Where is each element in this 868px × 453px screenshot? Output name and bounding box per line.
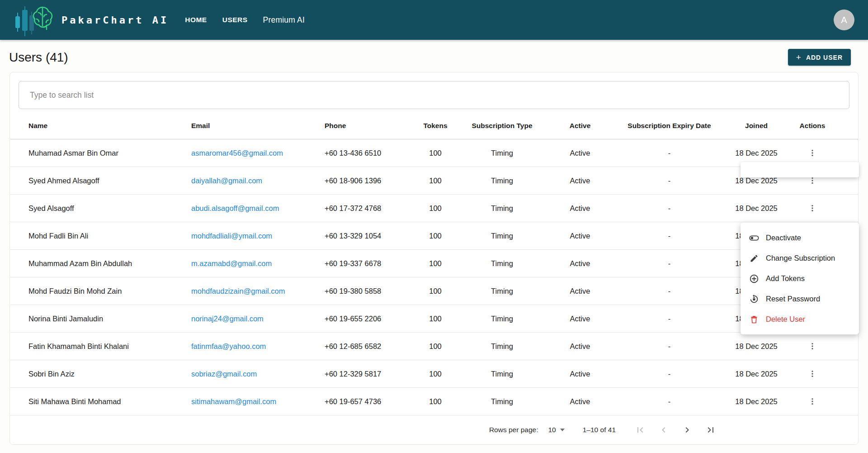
cell-email: m.azamabd@gmail.com: [173, 250, 300, 277]
cell-tokens: 100: [413, 195, 458, 222]
trash-icon: [749, 315, 759, 324]
nav-link-users[interactable]: USERS: [222, 16, 248, 24]
empty-menu-surface: [741, 162, 859, 177]
cell-tokens: 100: [413, 360, 458, 388]
menu-item-reset-password[interactable]: Reset Password: [741, 289, 859, 309]
next-page-button[interactable]: [677, 420, 697, 440]
menu-item-deactivate[interactable]: Deactivate: [741, 228, 859, 248]
cell-phone: +60 19-337 6678: [300, 250, 413, 277]
title-row: Users (41) + ADD USER: [0, 40, 868, 72]
cell-name: Sobri Bin Aziz: [10, 360, 173, 388]
email-link[interactable]: fatinmfaa@yahoo.com: [191, 342, 266, 350]
chevron-left-icon: [658, 424, 669, 435]
menu-item-label: Delete User: [766, 315, 805, 324]
cell-active: Active: [546, 222, 614, 250]
nav-link-premium-ai[interactable]: Premium AI: [263, 15, 305, 25]
cell-tokens: 100: [413, 222, 458, 250]
table-row: Mohd Faudzi Bin Mohd Zain mohdfaudzizain…: [10, 277, 858, 305]
nav-link-home[interactable]: HOME: [185, 16, 207, 24]
email-link[interactable]: mohdfadliali@ymail.com: [191, 232, 272, 240]
email-link[interactable]: m.azamabd@gmail.com: [191, 259, 272, 267]
cell-joined: 18 Dec 2025: [725, 360, 788, 388]
cell-email: sobriaz@gmail.com: [173, 360, 300, 388]
email-link[interactable]: sitimahawam@gmail.com: [191, 397, 276, 405]
cell-phone: +60 17-372 4768: [300, 195, 413, 222]
kebab-menu-icon: [808, 369, 817, 378]
last-page-button[interactable]: [701, 420, 721, 440]
cell-email: fatinmfaa@yahoo.com: [173, 333, 300, 360]
add-circle-icon: [749, 274, 759, 284]
cell-name: Syed Ahmed Alsagoff: [10, 167, 173, 195]
previous-page-button: [654, 420, 674, 440]
cell-active: Active: [546, 167, 614, 195]
cell-name: Norina Binti Jamaludin: [10, 305, 173, 333]
row-actions-button[interactable]: [805, 146, 820, 160]
cell-expiry: -: [614, 277, 725, 305]
table-row: Mohd Fadli Bin Ali mohdfadliali@ymail.co…: [10, 222, 858, 250]
kebab-menu-icon: [808, 176, 817, 185]
email-link[interactable]: mohdfaudzizain@gmail.com: [191, 287, 285, 295]
row-actions-button[interactable]: [805, 201, 820, 215]
menu-item-label: Deactivate: [766, 234, 801, 242]
row-actions-menu: Deactivate Change Subscription Add Token…: [741, 223, 859, 334]
cell-email: daiyallah@gmail.com: [173, 167, 300, 195]
cell-active: Active: [546, 360, 614, 388]
table-row: Muhammad Azam Bin Abdullah m.azamabd@gma…: [10, 250, 858, 277]
cell-joined: 18 Dec 2025: [725, 333, 788, 360]
row-actions-button[interactable]: [805, 367, 820, 381]
cell-subscription-type: Timing: [458, 277, 546, 305]
cell-phone: +60 12-685 6582: [300, 333, 413, 360]
menu-item-delete-user[interactable]: Delete User: [741, 309, 859, 329]
cell-name: Muhamad Asmar Bin Omar: [10, 139, 173, 167]
cell-tokens: 100: [413, 388, 458, 415]
cell-subscription-type: Timing: [458, 388, 546, 415]
cell-active: Active: [546, 388, 614, 415]
chevron-right-icon: [682, 424, 693, 435]
col-header-expiry: Subscription Expiry Date: [614, 115, 725, 139]
table-row: Syed Ahmed Alsagoff daiyallah@gmail.com …: [10, 167, 858, 195]
table-row: Muhamad Asmar Bin Omar asmaromar456@gmai…: [10, 139, 858, 167]
cell-active: Active: [546, 250, 614, 277]
main-nav: HOME USERS Premium AI: [185, 15, 305, 25]
users-table: Name Email Phone Tokens Subscription Typ…: [10, 115, 858, 415]
cell-subscription-type: Timing: [458, 305, 546, 333]
row-actions-button[interactable]: [805, 339, 820, 353]
menu-item-add-tokens[interactable]: Add Tokens: [741, 268, 859, 289]
cell-subscription-type: Timing: [458, 139, 546, 167]
cell-joined: 18 Dec 2025: [725, 195, 788, 222]
cell-tokens: 100: [413, 305, 458, 333]
cell-name: Mohd Fadli Bin Ali: [10, 222, 173, 250]
search-input[interactable]: [19, 81, 849, 109]
menu-item-change-subscription[interactable]: Change Subscription: [741, 248, 859, 268]
cell-tokens: 100: [413, 250, 458, 277]
cell-expiry: -: [614, 167, 725, 195]
cell-phone: +60 13-329 1054: [300, 222, 413, 250]
cell-phone: +60 19-655 2206: [300, 305, 413, 333]
email-link[interactable]: abudi.alsagoff@gmail.com: [191, 204, 279, 212]
menu-item-label: Reset Password: [766, 295, 820, 303]
cell-subscription-type: Timing: [458, 195, 546, 222]
col-header-subscription-type: Subscription Type: [458, 115, 546, 139]
cell-name: Mohd Faudzi Bin Mohd Zain: [10, 277, 173, 305]
cell-subscription-type: Timing: [458, 250, 546, 277]
email-link[interactable]: sobriaz@gmail.com: [191, 370, 257, 378]
table-header-row: Name Email Phone Tokens Subscription Typ…: [10, 115, 858, 139]
kebab-menu-icon: [808, 342, 817, 351]
cell-joined: 18 Dec 2025: [725, 388, 788, 415]
col-header-active: Active: [546, 115, 614, 139]
app-logo: PakarChart AI: [14, 0, 169, 40]
avatar[interactable]: A: [834, 10, 854, 30]
rows-per-page-select[interactable]: 10: [548, 426, 564, 434]
menu-item-label: Add Tokens: [766, 274, 805, 283]
cell-subscription-type: Timing: [458, 333, 546, 360]
row-actions-button[interactable]: [805, 394, 820, 409]
kebab-menu-icon: [808, 204, 817, 213]
cell-tokens: 100: [413, 139, 458, 167]
cell-phone: +60 18-906 1396: [300, 167, 413, 195]
email-link[interactable]: daiyallah@gmail.com: [191, 176, 262, 185]
add-user-button[interactable]: + ADD USER: [788, 49, 851, 66]
email-link[interactable]: asmaromar456@gmail.com: [191, 149, 283, 157]
email-link[interactable]: norinaj24@gmail.com: [191, 315, 264, 323]
rows-per-page-value: 10: [548, 426, 556, 434]
cell-email: mohdfaudzizain@gmail.com: [173, 277, 300, 305]
